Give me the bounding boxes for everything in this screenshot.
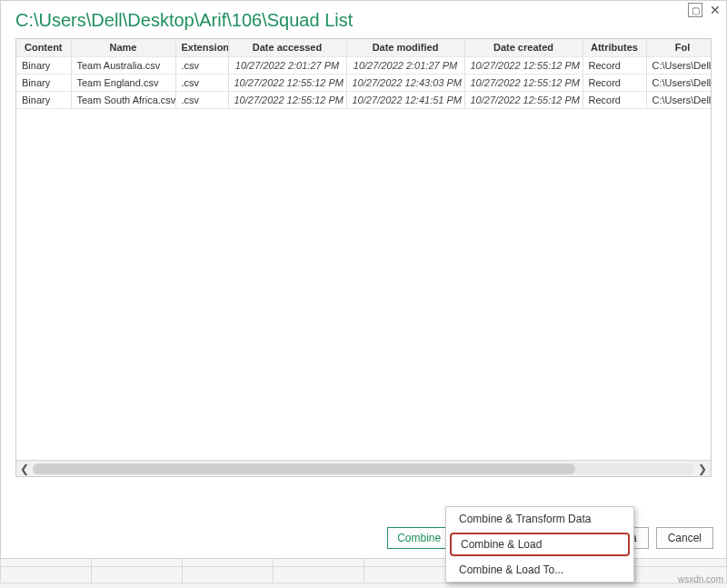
cell-date-created: 10/27/2022 12:55:12 PM [464,56,583,74]
cell-folder: C:\Users\Dell\De [646,91,712,108]
col-header-content[interactable]: Content [16,39,71,56]
cell-date-accessed: 10/27/2022 12:55:12 PM [228,91,346,108]
maximize-button[interactable]: ▢ [688,3,702,17]
cell-date-modified: 10/27/2022 12:43:03 PM [346,74,464,91]
scroll-left-icon[interactable]: ❮ [16,462,33,476]
file-list-table: Content Name Extension Date accessed Dat… [16,39,712,109]
col-header-folder[interactable]: Fol [646,39,712,56]
cell-date-accessed: 10/27/2022 2:01:27 PM [228,56,346,74]
col-header-date-created[interactable]: Date created [464,39,583,56]
cell-date-accessed: 10/27/2022 12:55:12 PM [228,74,346,91]
cell-name: Team Australia.csv [71,56,175,74]
combine-load-item[interactable]: Combine & Load [450,533,630,556]
cell-date-created: 10/27/2022 12:55:12 PM [464,74,583,91]
col-header-extension[interactable]: Extension [175,39,228,56]
cell-extension: .csv [175,91,228,108]
cancel-button[interactable]: Cancel [656,527,713,549]
cell-folder: C:\Users\Dell\De [646,74,712,91]
table-header-row: Content Name Extension Date accessed Dat… [16,39,712,56]
combine-load-to-item[interactable]: Combine & Load To... [446,558,633,582]
cell-attributes: Record [583,56,646,74]
watermark-text: wsxdn.com [678,574,723,584]
col-header-attributes[interactable]: Attributes [583,39,646,56]
cell-content: Binary [16,74,71,91]
cell-date-modified: 10/27/2022 12:41:51 PM [346,91,464,108]
cell-attributes: Record [583,74,646,91]
col-header-date-accessed[interactable]: Date accessed [228,39,346,56]
col-header-name[interactable]: Name [71,39,175,56]
scrollbar-track[interactable] [33,463,694,474]
file-list-table-container: Content Name Extension Date accessed Dat… [15,38,712,477]
cell-name: Team England.csv [71,74,175,91]
cell-date-created: 10/27/2022 12:55:12 PM [464,91,583,108]
cell-extension: .csv [175,56,228,74]
cell-content: Binary [16,56,71,74]
combine-label: Combine [388,528,450,548]
scroll-right-icon[interactable]: ❯ [694,462,711,476]
cell-name: Team South Africa.csv [71,91,175,108]
folder-path-breadcrumb: C:\Users\Dell\Desktop\Arif\106\Squad Lis… [1,1,726,38]
table-row[interactable]: Binary Team South Africa.csv .csv 10/27/… [16,91,712,108]
power-query-preview-window: ▢ ✕ C:\Users\Dell\Desktop\Arif\106\Squad… [0,0,727,559]
table-row[interactable]: Binary Team England.csv .csv 10/27/2022 … [16,74,712,91]
cell-folder: C:\Users\Dell\De [646,56,712,74]
combine-dropdown-menu: Combine & Transform Data Combine & Load … [445,506,634,583]
col-header-date-modified[interactable]: Date modified [346,39,464,56]
close-button[interactable]: ✕ [708,3,722,17]
cell-date-modified: 10/27/2022 2:01:27 PM [346,56,464,74]
cell-extension: .csv [175,74,228,91]
cell-content: Binary [16,91,71,108]
combine-transform-data-item[interactable]: Combine & Transform Data [446,507,633,531]
cell-attributes: Record [583,91,646,108]
scrollbar-thumb[interactable] [33,463,575,474]
table-row[interactable]: Binary Team Australia.csv .csv 10/27/202… [16,56,712,74]
window-controls: ▢ ✕ [688,3,722,17]
horizontal-scrollbar[interactable]: ❮ ❯ [16,460,711,476]
